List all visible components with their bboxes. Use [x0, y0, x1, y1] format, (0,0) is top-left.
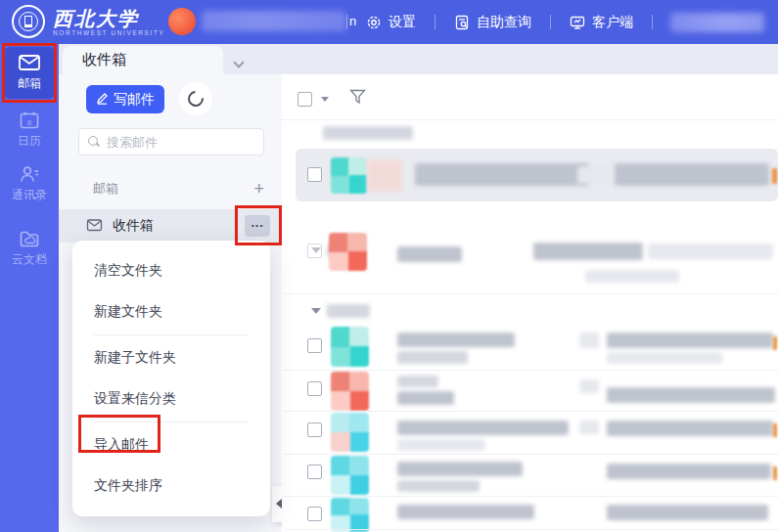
- sender-avatar: [331, 498, 369, 532]
- inbox-more-button[interactable]: ···: [245, 215, 270, 237]
- pencil-icon: [96, 92, 109, 108]
- menu-item-incoming-mail-rules[interactable]: 设置来信分类: [72, 378, 270, 420]
- redacted-text: [397, 480, 480, 492]
- redacted-sender: [397, 246, 462, 262]
- client-label: 客户端: [592, 14, 633, 31]
- rail-item-label: 通讯录: [4, 187, 55, 203]
- compose-button[interactable]: 写邮件: [86, 85, 164, 113]
- calendar-icon: 8: [4, 111, 55, 130]
- redacted-text: [397, 376, 438, 387]
- sender-avatar: [331, 327, 369, 367]
- redacted-subject: [397, 421, 569, 435]
- menu-divider: [94, 334, 249, 335]
- menu-item-folder-sort[interactable]: 文件夹排序: [72, 466, 270, 507]
- settings-button[interactable]: 设置: [347, 14, 435, 31]
- group-collapse-triangle-icon[interactable]: [311, 308, 321, 314]
- tab-inbox-label: 收件箱: [82, 51, 126, 69]
- redacted-flag-icon: [773, 336, 777, 350]
- mail-row-checkbox[interactable]: [307, 381, 322, 396]
- search-box[interactable]: [78, 128, 264, 155]
- tab-inbox[interactable]: 收件箱: [63, 46, 223, 74]
- menu-item-new-folder[interactable]: 新建文件夹: [72, 291, 270, 332]
- redacted-topbar-item: [670, 13, 764, 32]
- rail-item-mail[interactable]: 邮箱: [4, 47, 55, 99]
- redacted-sender: [397, 332, 515, 347]
- rail-item-label: 日历: [4, 133, 55, 150]
- list-toolbar: [297, 86, 767, 111]
- cloud-docs-icon: [4, 229, 55, 248]
- redacted-sender: [397, 505, 534, 519]
- list-divider: [284, 529, 778, 530]
- redacted-subject: [415, 163, 589, 186]
- redacted-text: [577, 166, 609, 184]
- redacted-text: [579, 332, 599, 348]
- university-subtitle: NORTHWEST UNIVERSITY: [53, 29, 164, 36]
- rail-item-contacts[interactable]: 通讯录: [4, 164, 55, 203]
- redacted-group-header: [323, 126, 413, 140]
- sender-avatar: [331, 456, 369, 495]
- list-divider: [282, 119, 778, 120]
- client-monitor-icon: [570, 15, 585, 30]
- mail-row-checkbox[interactable]: [307, 167, 322, 182]
- user-avatar[interactable]: [168, 8, 196, 35]
- refresh-button[interactable]: [179, 82, 212, 115]
- redacted-preview: [615, 163, 769, 186]
- chevron-down-icon[interactable]: [235, 53, 251, 68]
- university-name: 西北大学: [53, 8, 164, 29]
- mail-row-checkbox[interactable]: [307, 422, 322, 437]
- sender-avatar: [331, 157, 367, 194]
- redacted-sender: [397, 462, 523, 476]
- list-divider: [284, 496, 778, 497]
- university-seal-icon: [12, 5, 45, 38]
- redacted-preview: [607, 421, 773, 436]
- add-folder-button[interactable]: +: [253, 181, 264, 197]
- university-logo: 西北大学 NORTHWEST UNIVERSITY: [12, 5, 164, 38]
- client-button[interactable]: 客户端: [551, 14, 652, 31]
- compose-label: 写邮件: [114, 91, 155, 109]
- redacted-subject: [607, 464, 771, 479]
- menu-item-new-subfolder[interactable]: 新建子文件夹: [72, 337, 270, 378]
- refresh-icon: [185, 88, 207, 111]
- contacts-icon: [4, 164, 55, 184]
- list-divider: [284, 454, 778, 455]
- redacted-flag-icon: [773, 423, 777, 437]
- folder-context-menu: 清空文件夹 新建文件夹 新建子文件夹 设置来信分类 导入邮件 文件夹排序: [72, 241, 270, 516]
- redacted-text: [579, 379, 599, 393]
- select-dropdown-caret-icon[interactable]: [321, 97, 329, 102]
- redacted-text: [397, 439, 485, 451]
- rail-item-label: 云文档: [4, 251, 55, 268]
- filter-funnel-icon[interactable]: [349, 89, 366, 109]
- rail-item-cloud-docs[interactable]: 云文档: [4, 229, 55, 268]
- search-icon: [88, 136, 100, 148]
- redacted-avatar: [367, 159, 402, 192]
- self-service-query-icon: [454, 15, 470, 30]
- menu-item-empty-folder[interactable]: 清空文件夹: [72, 250, 270, 291]
- sender-avatar: [331, 372, 369, 411]
- redacted-text: [579, 421, 599, 434]
- rail-item-calendar[interactable]: 8 日历: [4, 111, 55, 150]
- list-divider: [284, 370, 778, 371]
- sender-avatar: [329, 233, 367, 271]
- mailbox-section-label: 邮箱: [93, 180, 118, 198]
- redacted-preview: [607, 352, 722, 364]
- self-service-query-button[interactable]: 自助查询: [435, 14, 550, 31]
- select-all-checkbox[interactable]: [297, 92, 312, 107]
- left-nav-rail: 邮箱 8 日历 通讯录: [0, 44, 59, 532]
- redacted-subject: [607, 332, 773, 348]
- folder-item-inbox[interactable]: 收件箱 ···: [59, 209, 282, 243]
- search-input[interactable]: [107, 135, 234, 150]
- mail-row-checkbox[interactable]: [307, 507, 322, 521]
- mail-icon: [4, 53, 55, 72]
- list-divider: [284, 411, 778, 412]
- redacted-user-name: [202, 11, 346, 31]
- redacted-flag-icon: [772, 168, 777, 184]
- mail-row-checkbox[interactable]: [307, 244, 322, 258]
- top-bar: 西北大学 NORTHWEST UNIVERSITY n 设置: [0, 0, 778, 44]
- settings-label: 设置: [389, 14, 416, 31]
- menu-item-import-mail[interactable]: 导入邮件: [72, 424, 270, 466]
- list-divider: [284, 293, 778, 294]
- mail-row-checkbox[interactable]: [307, 338, 322, 353]
- mail-row-checkbox[interactable]: [307, 465, 322, 479]
- inbox-label: 收件箱: [113, 217, 154, 235]
- redacted-sender: [397, 391, 454, 405]
